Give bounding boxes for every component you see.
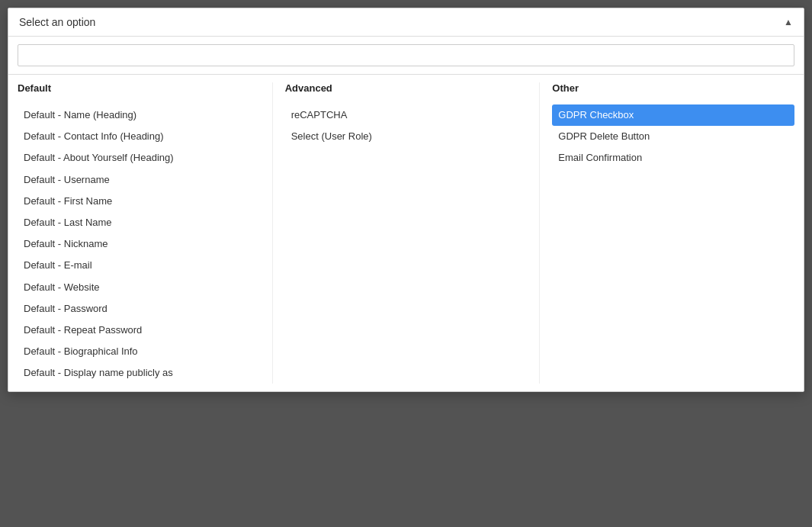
default-column: Default Default - Name (Heading) Default… [8, 82, 269, 384]
search-bar [8, 37, 804, 75]
list-item[interactable]: Default - Contact Info (Heading) [18, 126, 260, 147]
list-item[interactable]: Default - E-mail [18, 255, 260, 276]
chevron-up-icon: ▲ [784, 17, 793, 27]
advanced-column: Advanced reCAPTCHA Select (User Role) [276, 82, 537, 384]
list-item[interactable]: Default - Nickname [18, 233, 260, 255]
dropdown-title: Select an option [19, 16, 95, 28]
other-column: Other GDPR Checkbox GDPR Delete Button E… [543, 82, 804, 384]
list-item[interactable]: Default - Display name publicly as [18, 362, 260, 384]
list-item[interactable]: Default - Repeat Password [18, 320, 260, 341]
list-item[interactable]: Default - First Name [18, 191, 260, 212]
advanced-column-header: Advanced [285, 82, 528, 97]
list-item[interactable]: Select (User Role) [285, 126, 528, 147]
list-item[interactable]: Default - Name (Heading) [18, 104, 260, 126]
list-item-email-confirmation[interactable]: Email Confirmation [552, 147, 794, 169]
column-divider-2 [539, 82, 540, 384]
list-item[interactable]: Default - Last Name [18, 212, 260, 233]
default-column-header: Default [18, 82, 260, 97]
search-input[interactable] [18, 44, 794, 66]
columns-container: Default Default - Name (Heading) Default… [8, 75, 804, 391]
list-item[interactable]: Default - Biographical Info [18, 341, 260, 362]
other-column-header: Other [552, 82, 794, 97]
list-item[interactable]: Default - Website [18, 277, 260, 298]
list-item[interactable]: Default - About Yourself (Heading) [18, 147, 260, 169]
list-item-gdpr-delete[interactable]: GDPR Delete Button [552, 126, 794, 147]
dropdown-container: Select an option ▲ Default Default - Nam… [8, 8, 804, 392]
list-item-gdpr-checkbox[interactable]: GDPR Checkbox [552, 104, 794, 126]
column-divider-1 [272, 82, 273, 384]
list-item[interactable]: Default - Username [18, 169, 260, 191]
list-item[interactable]: reCAPTCHA [285, 104, 528, 126]
dropdown-header[interactable]: Select an option ▲ [8, 8, 804, 37]
list-item[interactable]: Default - Password [18, 298, 260, 320]
